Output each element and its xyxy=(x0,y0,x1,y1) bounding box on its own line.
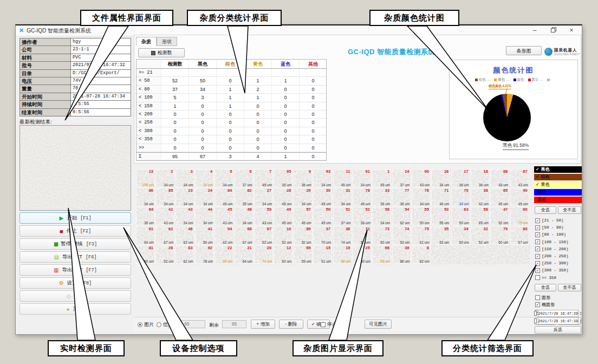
impurity-thumbnail[interactable]: 3986 um xyxy=(392,245,411,264)
impurity-thumbnail[interactable]: 5462 um xyxy=(392,207,411,225)
datetime-field[interactable]: 2021/7/28 16:47:39 xyxy=(538,317,578,324)
date-filter-row[interactable]: 2021/7/28 16:47:39▲▼ xyxy=(534,317,582,324)
impurity-thumbnail[interactable]: 882 um xyxy=(412,245,431,264)
impurity-thumbnail[interactable]: 4334 um xyxy=(176,207,194,225)
tab-impurity[interactable]: 杂质 xyxy=(136,37,157,46)
color-filter-1[interactable]: ✓黑色 xyxy=(534,166,582,173)
impurity-thumbnail[interactable]: 8952 um xyxy=(294,226,313,245)
impurity-thumbnail[interactable]: 6545 um xyxy=(490,188,509,206)
range-filter-row[interactable]: ✓[100 - 150) xyxy=(535,239,582,245)
radio-image[interactable]: 图片 xyxy=(138,321,154,328)
color-filter-3[interactable]: ✓黄色 xyxy=(534,181,582,188)
impurity-thumbnail[interactable]: 8634 um xyxy=(136,188,155,206)
auto-save-checkbox[interactable]: 停止时自动 xyxy=(321,321,350,328)
color-filter-2[interactable]: ✓棕色 xyxy=(534,174,582,180)
impurity-thumbnail[interactable]: 2734 um xyxy=(254,188,273,206)
color-filter-5[interactable]: 其他 xyxy=(534,197,582,203)
impurity-thumbnail[interactable]: 6867 um xyxy=(235,226,253,245)
datetime-field[interactable]: 2021/7/28 16:47:39 xyxy=(538,310,578,317)
control-button-pause[interactable]: ▮▮暂停/继续[F3] xyxy=(20,238,131,250)
shape-filter-row[interactable]: ✓椭圆形 xyxy=(535,302,582,308)
impurity-thumbnail[interactable]: 2290 um xyxy=(214,245,233,264)
remain-field[interactable]: 95 xyxy=(222,320,246,328)
impurity-thumbnail[interactable]: 6693 um xyxy=(372,245,391,264)
range-filter-row[interactable]: ✓[150 - 200) xyxy=(535,246,582,252)
impurity-thumbnail[interactable]: 2652 um xyxy=(155,245,174,264)
impurity-thumbnail[interactable]: 4243 um xyxy=(155,207,174,225)
impurity-thumbnail[interactable]: 745 um xyxy=(254,169,273,187)
impurity-thumbnail[interactable]: 1250 um xyxy=(274,245,292,264)
impurity-thumbnail[interactable]: 9043 um xyxy=(412,169,431,187)
impurity-thumbnail[interactable]: 4662 um xyxy=(176,226,194,245)
impurity-thumbnail[interactable]: 6350 um xyxy=(451,207,470,225)
impurity-thumbnail[interactable]: 1145 um xyxy=(333,169,352,187)
impurity-thumbnail[interactable]: 637 um xyxy=(235,169,253,187)
impurity-thumbnail[interactable]: 9334 um xyxy=(313,169,332,187)
impurity-thumbnail[interactable]: 8067 um xyxy=(510,226,529,245)
impurity-thumbnail[interactable]: 7845 um xyxy=(353,188,372,206)
impurity-thumbnail[interactable]: 4434 um xyxy=(195,207,214,225)
detect-count-button[interactable]: 检测数 xyxy=(138,48,185,57)
impurity-thumbnail[interactable]: 2934 um xyxy=(294,188,313,206)
spinner-icon[interactable]: ▲▼ xyxy=(580,311,582,316)
impurity-thumbnail[interactable]: 2334 um xyxy=(176,188,194,206)
impurity-thumbnail[interactable]: 9134 um xyxy=(353,169,372,187)
impurity-thumbnail[interactable]: 7252 um xyxy=(353,226,372,245)
bar-chart-button[interactable]: 条形图 xyxy=(506,46,542,55)
impurity-thumbnail[interactable]: 1996 um xyxy=(333,245,352,264)
select-all-button-colors[interactable]: 全选 xyxy=(535,206,556,214)
impurity-thumbnail[interactable]: 1437 um xyxy=(392,169,411,187)
impurity-thumbnail[interactable]: 4045 um xyxy=(510,188,529,206)
impurity-thumbnail[interactable]: 3674 um xyxy=(333,226,352,245)
impurity-thumbnail[interactable]: 145 um xyxy=(372,169,391,187)
impurity-thumbnail[interactable]: 5745 um xyxy=(294,207,313,225)
impurity-thumbnail[interactable]: 334 um xyxy=(176,169,194,187)
impurity-thumbnail[interactable]: 5634 um xyxy=(372,207,391,225)
impurity-thumbnail[interactable]: 4543 um xyxy=(214,207,233,225)
control-button-pdf[interactable]: ▥导出PDF[F7] xyxy=(20,264,131,276)
impurity-thumbnail[interactable]: 7350 um xyxy=(372,226,391,245)
control-button-play[interactable]: ▶开始[F1] xyxy=(20,212,131,224)
impurity-thumbnail[interactable]: 1052 um xyxy=(274,226,292,245)
range-filter-row[interactable]: ✓[250 - 300) xyxy=(535,260,582,266)
impurity-thumbnail[interactable]: 7561 um xyxy=(412,226,431,245)
impurity-thumbnail[interactable]: 5355 um xyxy=(431,207,450,225)
control-button-fullscreen[interactable]: ◇全屏 xyxy=(20,290,131,302)
control-button-clean[interactable]: ▸清料 xyxy=(20,303,131,315)
delete-button[interactable]: - 删除 xyxy=(279,320,303,329)
impurity-thumbnail[interactable]: 6959 um xyxy=(294,245,313,264)
impurity-thumbnail[interactable]: 8235 um xyxy=(235,188,253,206)
range-filter-row[interactable]: ✓[80 - 100) xyxy=(535,231,582,238)
impurity-thumbnail[interactable]: 5045 um xyxy=(313,207,332,225)
impurity-thumbnail[interactable]: 2434 um xyxy=(195,188,214,206)
impurity-thumbnail[interactable]: 2845 um xyxy=(274,188,292,206)
impurity-thumbnail[interactable]: 3134 um xyxy=(333,188,352,206)
impurity-thumbnail[interactable]: 7453 um xyxy=(392,226,411,245)
impurity-thumbnail[interactable]: 7950 um xyxy=(490,226,509,245)
impurity-thumbnail[interactable]: 8743 um xyxy=(510,169,529,187)
select-none-button-ranges[interactable]: 全不选 xyxy=(558,284,581,291)
impurity-thumbnail[interactable]: 13105 um xyxy=(136,169,155,187)
tab-shape[interactable]: 形状 xyxy=(157,37,177,46)
range-filter-row[interactable]: ✓[300 - 350) xyxy=(535,267,582,274)
impurity-thumbnail[interactable]: 7146 um xyxy=(431,188,450,206)
control-button-stop[interactable]: ■停止[F2] xyxy=(20,225,131,237)
impurity-thumbnail[interactable]: 3553 um xyxy=(431,226,450,245)
range-filter-row[interactable]: >= 350 xyxy=(535,275,582,281)
color-filter-4[interactable]: 蓝色 xyxy=(534,189,582,196)
range-filter-row[interactable]: ✓[200 - 250) xyxy=(535,253,582,259)
impurity-thumbnail[interactable]: 7736 um xyxy=(392,188,411,206)
impurity-thumbnail[interactable]: 4150 um xyxy=(195,226,214,245)
invert-selection-button[interactable]: 反选 xyxy=(535,326,581,334)
impurity-thumbnail[interactable]: 3335 um xyxy=(372,188,391,206)
impurity-thumbnail[interactable]: 2590 um xyxy=(353,245,372,264)
shape-filter-row[interactable]: 圆形 xyxy=(535,294,582,301)
impurity-thumbnail[interactable]: 1736 um xyxy=(451,169,470,187)
impurity-thumbnail[interactable]: 8843 um xyxy=(490,169,509,187)
impurity-thumbnail[interactable]: 5137 um xyxy=(333,207,352,225)
impurity-thumbnail[interactable]: 8534 um xyxy=(155,188,174,206)
impurity-thumbnail[interactable]: 2164 um xyxy=(235,245,253,264)
impurity-thumbnail[interactable]: 7034 um xyxy=(451,188,470,206)
impurity-thumbnail[interactable]: 8445 um xyxy=(214,188,233,206)
impurity-thumbnail[interactable]: 2074 um xyxy=(254,245,273,264)
